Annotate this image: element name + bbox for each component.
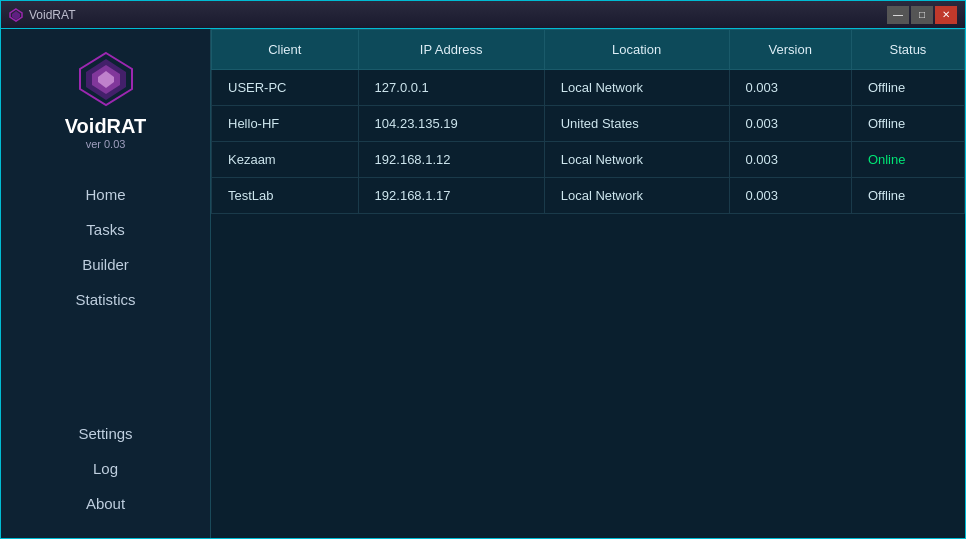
cell-status: Offline: [851, 178, 964, 214]
cell-ip: 127.0.0.1: [358, 70, 544, 106]
maximize-button[interactable]: □: [911, 6, 933, 24]
col-ip: IP Address: [358, 30, 544, 70]
cell-status: Offline: [851, 70, 964, 106]
sidebar-item-builder[interactable]: Builder: [1, 250, 210, 279]
app-name: VoidRAT: [65, 115, 146, 138]
table-row[interactable]: Kezaam 192.168.1.12 Local Network 0.003 …: [212, 142, 965, 178]
logo-area: VoidRAT ver 0.03: [65, 49, 146, 150]
cell-version: 0.003: [729, 178, 851, 214]
table-row[interactable]: Hello-HF 104.23.135.19 United States 0.0…: [212, 106, 965, 142]
main-content: VoidRAT ver 0.03 Home Tasks Builder Stat…: [1, 29, 965, 538]
sidebar-item-settings[interactable]: Settings: [1, 419, 210, 448]
cell-ip: 192.168.1.17: [358, 178, 544, 214]
app-version: ver 0.03: [86, 138, 126, 150]
col-version: Version: [729, 30, 851, 70]
cell-client: Kezaam: [212, 142, 359, 178]
cell-location: Local Network: [544, 142, 729, 178]
title-bar: VoidRAT — □ ✕: [1, 1, 965, 29]
nav-menu: Home Tasks Builder Statistics Settings L…: [1, 180, 210, 518]
cell-client: USER-PC: [212, 70, 359, 106]
sidebar-item-about[interactable]: About: [1, 489, 210, 518]
cell-version: 0.003: [729, 142, 851, 178]
table-row[interactable]: USER-PC 127.0.0.1 Local Network 0.003 Of…: [212, 70, 965, 106]
title-bar-buttons: — □ ✕: [887, 6, 957, 24]
title-bar-left: VoidRAT: [9, 8, 75, 22]
cell-client: Hello-HF: [212, 106, 359, 142]
app-icon: [9, 8, 23, 22]
logo-icon: [76, 49, 136, 109]
col-client: Client: [212, 30, 359, 70]
cell-status: Offline: [851, 106, 964, 142]
cell-status: Online: [851, 142, 964, 178]
sidebar-item-tasks[interactable]: Tasks: [1, 215, 210, 244]
sidebar: VoidRAT ver 0.03 Home Tasks Builder Stat…: [1, 29, 211, 538]
col-status: Status: [851, 30, 964, 70]
cell-version: 0.003: [729, 106, 851, 142]
col-location: Location: [544, 30, 729, 70]
cell-location: Local Network: [544, 178, 729, 214]
table-area: Client IP Address Location Version Statu…: [211, 29, 965, 538]
minimize-button[interactable]: —: [887, 6, 909, 24]
cell-ip: 104.23.135.19: [358, 106, 544, 142]
app-window: VoidRAT — □ ✕ VoidRAT ver 0.03: [0, 0, 966, 539]
sidebar-item-statistics[interactable]: Statistics: [1, 285, 210, 314]
clients-table: Client IP Address Location Version Statu…: [211, 29, 965, 214]
cell-location: United States: [544, 106, 729, 142]
sidebar-item-log[interactable]: Log: [1, 454, 210, 483]
table-row[interactable]: TestLab 192.168.1.17 Local Network 0.003…: [212, 178, 965, 214]
cell-version: 0.003: [729, 70, 851, 106]
title-bar-text: VoidRAT: [29, 8, 75, 22]
close-button[interactable]: ✕: [935, 6, 957, 24]
cell-location: Local Network: [544, 70, 729, 106]
table-header: Client IP Address Location Version Statu…: [212, 30, 965, 70]
cell-ip: 192.168.1.12: [358, 142, 544, 178]
sidebar-item-home[interactable]: Home: [1, 180, 210, 209]
table-body: USER-PC 127.0.0.1 Local Network 0.003 Of…: [212, 70, 965, 214]
cell-client: TestLab: [212, 178, 359, 214]
